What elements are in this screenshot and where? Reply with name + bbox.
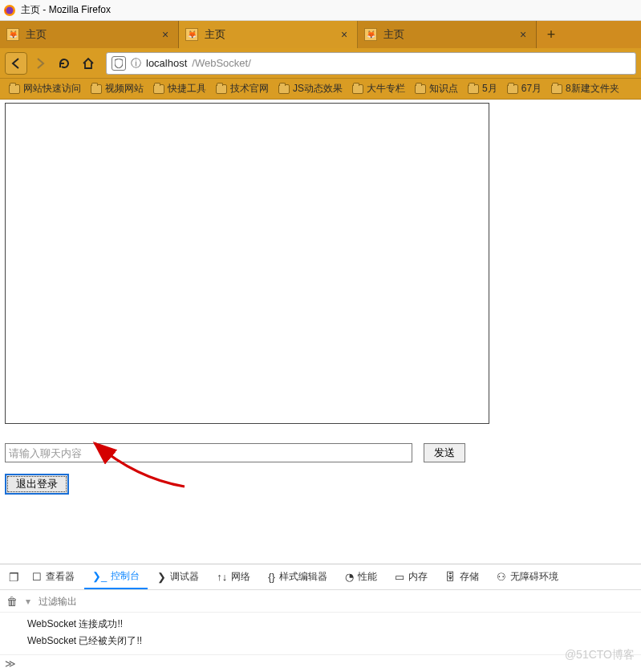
debugger-icon: ❯ (157, 571, 166, 583)
arrow-left-icon (10, 57, 22, 70)
bookmark-label: JS动态效果 (293, 82, 343, 96)
devtools-tab-style[interactable]: {}样式编辑器 (260, 564, 335, 589)
folder-icon (278, 84, 290, 94)
bookmark-label: 技术官网 (230, 82, 269, 96)
memory-icon: ▭ (395, 571, 404, 583)
devtab-label: 存储 (460, 570, 479, 584)
devtab-label: 查看器 (46, 570, 75, 584)
bookmark-folder[interactable]: JS动态效果 (274, 82, 347, 96)
tab-title: 主页 (205, 27, 338, 42)
clear-console-icon[interactable]: 🗑 (5, 595, 19, 608)
console-filter-bar: 🗑 ▾ (0, 590, 641, 613)
devtab-label: 调试器 (170, 570, 199, 584)
bookmark-label: 视频网站 (105, 82, 144, 96)
devtools-tab-debugger[interactable]: ❯调试器 (149, 564, 207, 589)
url-bar[interactable]: ⓘ localhost/WebSocket/ (106, 52, 636, 75)
devtools-tab-performance[interactable]: ◔性能 (337, 564, 385, 589)
browser-tab-0[interactable]: 主页 × (0, 21, 179, 48)
console-prompt-icon[interactable]: ≫ (5, 658, 16, 670)
devtools-dock-icon[interactable]: ❐ (5, 571, 22, 584)
folder-icon (216, 84, 227, 94)
back-button[interactable] (5, 52, 27, 75)
watermark-text: @51CTO博客 (565, 648, 635, 662)
console-line: WebSocket 已经被关闭了!! (0, 633, 641, 650)
performance-icon: ◔ (345, 571, 354, 583)
site-info-icon[interactable]: ⓘ (131, 56, 141, 71)
console-icon: ❯_ (92, 570, 107, 582)
chat-input-row: 发送 (5, 443, 636, 462)
network-icon: ↑↓ (217, 571, 227, 583)
devtab-label: 无障碍环境 (510, 570, 558, 584)
devtools-tab-accessibility[interactable]: ⚇无障碍环境 (489, 564, 566, 589)
devtools-tab-memory[interactable]: ▭内存 (387, 564, 436, 589)
devtools-tab-inspector[interactable]: ☐查看器 (24, 564, 83, 589)
send-button[interactable]: 发送 (424, 443, 465, 462)
bookmark-label: 知识点 (429, 82, 458, 96)
devtab-label: 网络 (231, 570, 250, 584)
reload-button[interactable] (53, 52, 75, 75)
folder-icon (415, 84, 426, 94)
bookmark-folder[interactable]: 知识点 (411, 82, 462, 96)
logout-button[interactable]: 退出登录 (5, 474, 69, 495)
url-path: /WebSocket/ (192, 57, 250, 69)
browser-tab-1[interactable]: 主页 × (179, 21, 358, 48)
page-content: 发送 退出登录 (0, 100, 641, 495)
favicon-icon (364, 28, 377, 41)
tab-title: 主页 (383, 27, 517, 42)
folder-icon (551, 84, 562, 94)
favicon-icon (185, 28, 198, 41)
devtools-tab-storage[interactable]: 🗄存储 (437, 564, 487, 589)
inspector-icon: ☐ (32, 571, 42, 583)
devtools-tab-network[interactable]: ↑↓网络 (209, 564, 258, 589)
browser-tab-2[interactable]: 主页 × (358, 21, 537, 48)
storage-icon: 🗄 (445, 571, 456, 583)
bookmark-folder[interactable]: 67月 (503, 82, 546, 96)
firefox-logo-icon (3, 4, 16, 17)
bookmark-label: 67月 (521, 82, 542, 96)
forward-button (29, 52, 51, 75)
filter-icon: ▾ (26, 596, 30, 607)
svg-point-1 (6, 6, 14, 14)
home-button[interactable] (77, 52, 99, 75)
close-tab-icon[interactable]: × (517, 28, 529, 41)
bookmark-folder[interactable]: 大牛专栏 (348, 82, 409, 96)
arrow-right-icon (34, 57, 47, 70)
accessibility-icon: ⚇ (497, 571, 506, 583)
devtools-tab-console[interactable]: ❯_控制台 (84, 564, 148, 589)
bookmark-folder[interactable]: 视频网站 (87, 82, 148, 96)
window-title: 主页 - Mozilla Firefox (21, 3, 111, 17)
tab-title: 主页 (26, 27, 159, 42)
favicon-icon (6, 28, 19, 41)
window-titlebar: 主页 - Mozilla Firefox (0, 0, 641, 21)
bookmark-folder[interactable]: 网站快速访问 (5, 82, 85, 96)
console-line: WebSocket 连接成功!! (0, 616, 641, 633)
close-tab-icon[interactable]: × (159, 28, 172, 41)
folder-icon (352, 84, 363, 94)
bookmark-folder[interactable]: 快捷工具 (149, 82, 210, 96)
bookmark-folder[interactable]: 8新建文件夹 (547, 82, 623, 96)
folder-icon (507, 84, 518, 94)
folder-icon (468, 84, 479, 94)
bookmark-label: 8新建文件夹 (566, 82, 619, 96)
bookmark-folder[interactable]: 技术官网 (212, 82, 273, 96)
bookmarks-bar: 网站快速访问 视频网站 快捷工具 技术官网 JS动态效果 大牛专栏 知识点 5月… (0, 79, 641, 100)
close-tab-icon[interactable]: × (338, 28, 351, 41)
bookmark-label: 大牛专栏 (367, 82, 405, 96)
chat-input[interactable] (5, 443, 412, 462)
new-tab-button[interactable]: + (537, 21, 566, 48)
tracking-protection-icon[interactable] (112, 56, 126, 71)
devtab-label: 内存 (408, 570, 428, 584)
console-output: WebSocket 连接成功!! WebSocket 已经被关闭了!! (0, 613, 641, 654)
devtab-label: 性能 (358, 570, 377, 584)
bookmark-label: 网站快速访问 (23, 82, 81, 96)
folder-icon (91, 84, 102, 94)
folder-icon (9, 84, 20, 94)
devtab-label: 控制台 (111, 569, 140, 583)
style-editor-icon: {} (268, 571, 275, 583)
bookmark-folder[interactable]: 5月 (464, 82, 501, 96)
devtools-tabbar: ❐ ☐查看器 ❯_控制台 ❯调试器 ↑↓网络 {}样式编辑器 ◔性能 ▭内存 🗄… (0, 564, 641, 590)
bookmark-label: 快捷工具 (168, 82, 206, 96)
url-host: localhost (146, 57, 187, 69)
chat-display-area (5, 103, 489, 424)
console-filter-input[interactable] (37, 594, 160, 609)
